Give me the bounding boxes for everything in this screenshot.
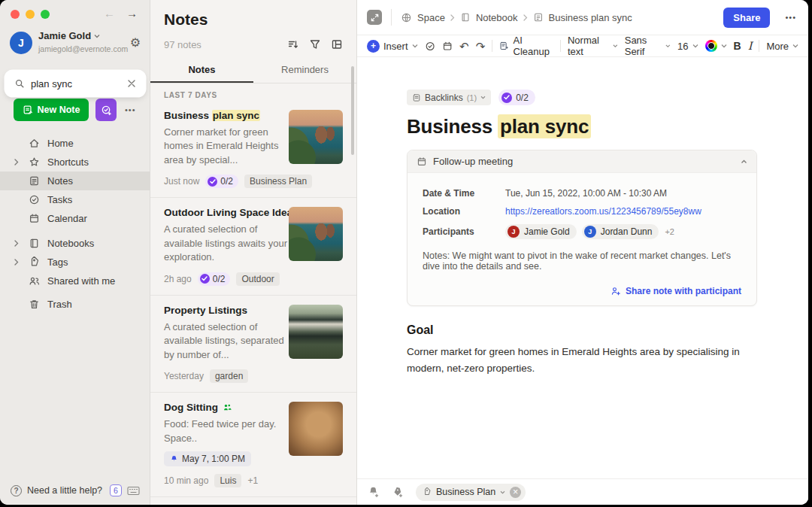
sidebar-item-notes[interactable]: Notes	[0, 172, 150, 190]
sidebar-item-home[interactable]: Home	[0, 134, 150, 153]
tab-reminders[interactable]: Reminders	[253, 58, 356, 83]
add-reminder-icon[interactable]	[368, 486, 380, 498]
add-tag-icon[interactable]	[392, 486, 404, 498]
card-snippet: A curated selection of available listing…	[164, 223, 292, 264]
editor-toolbar: + Insert ↶ ↷ AI Cleanup Normal text Sans…	[357, 35, 808, 57]
backlinks-chip[interactable]: Backlinks (1)	[407, 90, 491, 105]
more-formatting-menu[interactable]: More	[766, 41, 798, 52]
undo-icon[interactable]: ↶	[459, 41, 469, 52]
sidebar-item-shortcuts[interactable]: Shortcuts	[0, 153, 150, 172]
window-controls	[11, 10, 50, 19]
ai-cleanup-button[interactable]: AI Cleanup	[499, 35, 553, 57]
tag-chip[interactable]: Business Plan	[244, 175, 312, 188]
card-snippet: Food: Feed twice per day. Space..	[164, 417, 292, 445]
participant-chip[interactable]: J Jamie Gold	[505, 224, 577, 239]
search-input[interactable]: plan sync	[7, 72, 144, 95]
meeting-card-header[interactable]: Follow-up meeting	[408, 150, 756, 173]
note-card-outdoor-living[interactable]: Outdoor Living Space Ideas A curated sel…	[150, 198, 356, 295]
font-family-select[interactable]: Sans Serif	[625, 35, 671, 57]
note-card-business-plan-sync[interactable]: Business plan sync Corner market for gre…	[150, 101, 356, 198]
tag-chip[interactable]: garden	[210, 369, 248, 383]
space-icon	[401, 12, 412, 23]
share-note-with-participant-link[interactable]: Share note with participant	[423, 286, 741, 296]
sidebar-item-calendar[interactable]: Calendar	[0, 209, 150, 228]
insert-menu[interactable]: + Insert	[367, 40, 418, 53]
card-time: 10 min ago	[164, 475, 208, 486]
redo-icon[interactable]: ↷	[476, 41, 486, 52]
avatar: J	[584, 226, 596, 238]
note-card-to-do-list[interactable]: To-Do List Prep for client meeting and w…	[150, 497, 356, 505]
tasks-badge[interactable]: 0/2	[205, 175, 238, 188]
breadcrumb-space[interactable]: Space	[417, 12, 445, 23]
notes-list-title: Notes	[164, 11, 343, 29]
insert-task-icon[interactable]	[425, 40, 435, 53]
sidebar-item-tasks[interactable]: Tasks	[0, 190, 150, 209]
meeting-card: Follow-up meeting Date & Time Tue, Jun 1…	[407, 150, 757, 306]
notes-list-panel: Notes 97 notes Notes Reminders LAST 7 DA…	[150, 0, 357, 505]
plus-icon: +	[367, 40, 380, 53]
share-button[interactable]: Share	[723, 8, 770, 28]
reminder-chip[interactable]: May 7, 1:00 PM	[164, 451, 251, 466]
breadcrumb: Space Notebook Business plan sync	[401, 12, 632, 23]
list-scrollbar[interactable]	[351, 66, 354, 155]
minimize-window-button[interactable]	[26, 10, 35, 19]
note-tasks-badge[interactable]: 0/2	[498, 90, 535, 105]
tag-chip[interactable]: Luis	[214, 474, 241, 487]
sidebar-item-trash[interactable]: Trash	[0, 295, 150, 314]
card-snippet: Corner market for green homes in Emerald…	[164, 126, 292, 167]
chevron-right-icon	[450, 14, 455, 21]
sidebar-item-tags[interactable]: Tags	[0, 253, 150, 272]
meeting-location-label: Location	[423, 206, 505, 217]
help-button[interactable]: ? Need a little help? 6	[11, 484, 140, 496]
gear-icon[interactable]: ⚙	[130, 37, 141, 49]
close-window-button[interactable]	[11, 10, 20, 19]
tab-notes[interactable]: Notes	[150, 58, 253, 83]
chevron-right-icon[interactable]	[14, 159, 19, 165]
breadcrumb-notebook[interactable]: Notebook	[476, 12, 518, 23]
chevron-right-icon[interactable]	[14, 259, 19, 266]
history-forward-icon[interactable]: →	[126, 7, 138, 20]
meeting-location-link[interactable]: https://zereatlors.zoom.us/1223456789/55…	[505, 206, 701, 217]
check-icon	[201, 276, 208, 281]
note-tag-chip[interactable]: Business Plan ×	[416, 484, 526, 501]
chevron-down-icon	[721, 44, 727, 48]
remove-tag-icon[interactable]: ×	[510, 487, 521, 498]
zoom-window-button[interactable]	[41, 10, 50, 19]
chevron-down-icon	[692, 44, 698, 48]
text-style-select[interactable]: Normal text	[568, 35, 618, 57]
filter-icon[interactable]	[309, 38, 321, 50]
note-body[interactable]: Backlinks (1) 0/2 Business plan sync Fol…	[407, 57, 757, 478]
bold-button[interactable]: B	[734, 40, 741, 52]
insert-calendar-icon[interactable]	[442, 40, 453, 53]
sidebar-item-notebooks[interactable]: Notebooks	[0, 234, 150, 253]
backlink-note-icon	[412, 93, 421, 102]
participant-chip[interactable]: J Jordan Dunn	[582, 224, 659, 239]
note-card-property-listings[interactable]: Property Listings A curated selection of…	[150, 296, 356, 393]
sidebar-more-button[interactable]: •••	[125, 105, 136, 114]
participants-extra-count[interactable]: +2	[665, 227, 674, 236]
italic-button[interactable]: I	[748, 40, 753, 52]
account-switcher[interactable]: J Jamie Gold jamiegold@evernote.com ⚙	[10, 30, 141, 55]
meeting-notes: Notes: We might want to pivot in the wak…	[423, 250, 741, 272]
sort-icon[interactable]	[287, 38, 299, 50]
sidebar-item-shared-with-me[interactable]: Shared with me	[0, 272, 150, 290]
new-task-button[interactable]	[95, 99, 117, 121]
tasks-badge[interactable]: 0/2	[198, 272, 231, 286]
note-title[interactable]: Business plan sync	[407, 115, 757, 138]
expand-icon	[371, 14, 379, 22]
card-snippet: A curated selection of available listing…	[164, 320, 292, 362]
chevron-up-icon[interactable]	[741, 159, 747, 164]
tag-chip[interactable]: Outdoor	[236, 272, 279, 286]
chevron-right-icon[interactable]	[14, 240, 19, 247]
note-card-dog-sitting[interactable]: Dog Sitting Food: Feed twice per day. Sp…	[150, 393, 356, 497]
note-more-button[interactable]: •••	[785, 13, 796, 22]
history-back-icon[interactable]: ←	[104, 7, 115, 20]
text-color-select[interactable]	[705, 40, 727, 52]
new-note-button[interactable]: New Note	[14, 99, 89, 121]
clear-search-icon[interactable]	[127, 79, 136, 88]
view-options-icon[interactable]	[331, 38, 343, 50]
font-size-select[interactable]: 16	[677, 41, 698, 52]
backlinks-count: (1)	[467, 93, 477, 102]
expand-note-button[interactable]	[367, 10, 382, 25]
trash-icon	[29, 299, 40, 310]
